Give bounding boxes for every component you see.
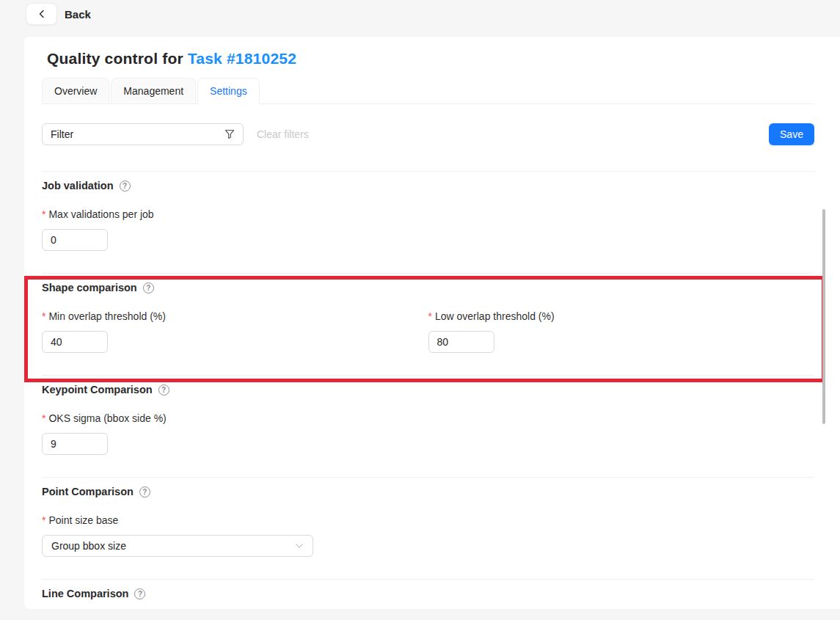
save-button[interactable]: Save (769, 123, 814, 145)
field-column: *Low overlap threshold (%) (428, 293, 815, 353)
question-circle-icon[interactable]: ? (120, 180, 131, 192)
field-label-text: OKS sigma (bbox side %) (48, 412, 166, 424)
field-label-text: Min overlap threshold (%) (48, 310, 166, 322)
back-chevron-icon (37, 10, 46, 18)
field-row: *Min overlap threshold (%) *Low overlap … (42, 293, 814, 353)
page-title: Quality control for Task #1810252 (47, 50, 814, 68)
section-title: Point Comparison (42, 486, 134, 497)
field-label-text: Point size base (48, 514, 118, 526)
section-title: Line Comparison (42, 588, 128, 599)
section-line-comparison: Line Comparison ? (42, 580, 814, 620)
field-label: *Point size base (42, 514, 814, 526)
tab-bar: Overview Management Settings (42, 78, 814, 104)
task-link[interactable]: Task #1810252 (188, 50, 296, 67)
field-label: *Low overlap threshold (%) (428, 310, 815, 322)
topbar: Back (0, 0, 840, 37)
section-keypoint-comparison: Keypoint Comparison ? *OKS sigma (bbox s… (42, 376, 814, 477)
section-title: Shape comparison (42, 282, 137, 293)
section-header: Keypoint Comparison ? (42, 384, 814, 395)
question-circle-icon[interactable]: ? (134, 588, 145, 599)
question-circle-icon[interactable]: ? (139, 486, 150, 497)
back-button[interactable] (26, 3, 57, 25)
filter-input[interactable]: Filter (42, 123, 244, 145)
required-asterisk: * (42, 310, 45, 322)
min-overlap-input[interactable] (42, 331, 108, 353)
field-label: *Max validations per job (42, 208, 814, 220)
question-circle-icon[interactable]: ? (143, 282, 154, 293)
field-label-text: Max validations per job (48, 208, 153, 220)
field-label: *OKS sigma (bbox side %) (42, 412, 814, 424)
tab-management[interactable]: Management (111, 78, 196, 103)
required-asterisk: * (42, 514, 45, 526)
section-point-comparison: Point Comparison ? *Point size base Grou… (42, 478, 814, 579)
chevron-down-icon (295, 541, 304, 550)
vertical-scrollbar-thumb[interactable] (822, 209, 825, 424)
point-size-base-select[interactable]: Group bbox size (42, 535, 313, 557)
section-title: Job validation (42, 180, 114, 192)
select-value: Group bbox size (51, 540, 295, 552)
required-asterisk: * (42, 208, 45, 220)
tab-overview[interactable]: Overview (42, 78, 109, 103)
filter-funnel-icon (224, 129, 235, 139)
max-validations-input[interactable] (42, 229, 108, 251)
section-header: Job validation ? (42, 180, 814, 192)
section-header: Point Comparison ? (42, 486, 814, 497)
section-title: Keypoint Comparison (42, 384, 153, 395)
required-asterisk: * (428, 310, 432, 322)
section-shape-comparison: Shape comparison ? *Min overlap threshol… (42, 274, 814, 375)
field-label-text: Low overlap threshold (%) (435, 310, 555, 322)
required-asterisk: * (42, 412, 45, 424)
section-header: Shape comparison ? (42, 282, 814, 293)
oks-sigma-input[interactable] (42, 433, 108, 455)
filter-input-label: Filter (51, 128, 224, 140)
section-header: Line Comparison ? (42, 588, 814, 599)
back-label: Back (65, 8, 91, 21)
quality-control-card: Quality control for Task #1810252 Overvi… (24, 37, 840, 609)
section-job-validation: Job validation ? *Max validations per jo… (42, 172, 814, 273)
tab-settings[interactable]: Settings (197, 78, 260, 103)
filter-toolbar: Filter Clear filters Save (42, 123, 814, 145)
clear-filters-button[interactable]: Clear filters (257, 128, 309, 140)
page-title-prefix: Quality control for (47, 50, 188, 67)
field-column: *Min overlap threshold (%) (42, 293, 428, 353)
question-circle-icon[interactable]: ? (158, 384, 169, 395)
field-label: *Min overlap threshold (%) (42, 310, 428, 322)
low-overlap-input[interactable] (428, 331, 494, 353)
